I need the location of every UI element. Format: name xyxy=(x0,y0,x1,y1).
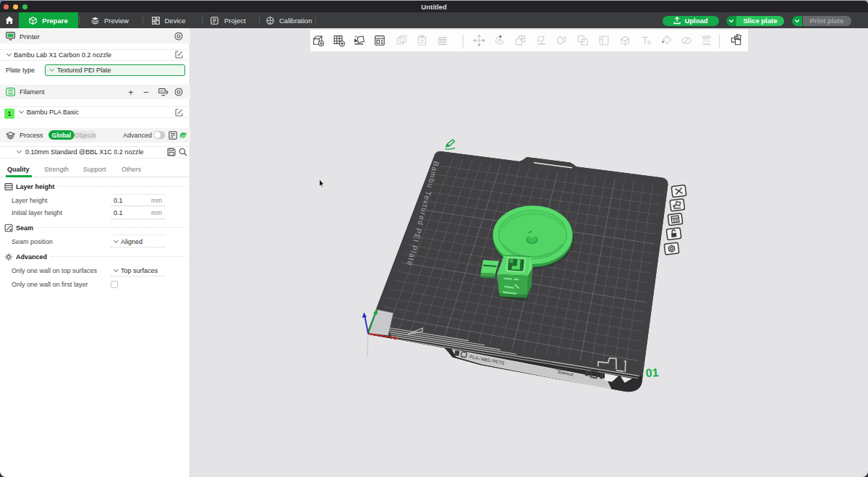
svg-text:01: 01 xyxy=(645,366,659,379)
